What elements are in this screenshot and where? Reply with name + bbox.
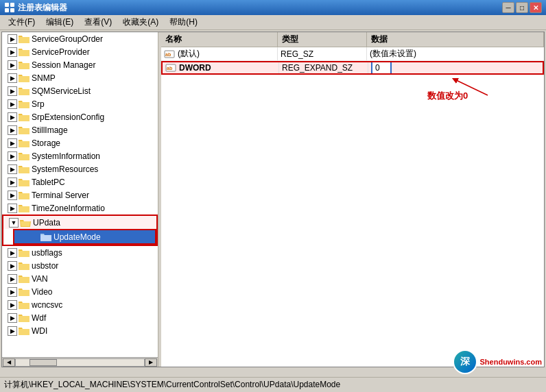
expand-icon[interactable]: ▶ (8, 300, 17, 310)
watermark-logo-text: 深 (460, 356, 470, 368)
menu-file[interactable]: 文件(F) (3, 15, 40, 29)
tree-item-wdi[interactable]: ▶ WDI (2, 324, 158, 337)
expand-icon[interactable]: ▶ (8, 248, 17, 258)
tree-label: Storage (32, 138, 60, 148)
reg-name-cell-default: ab (默认) (161, 47, 278, 60)
expand-icon[interactable]: ▶ (8, 191, 17, 200)
expand-icon[interactable]: ▶ (8, 73, 17, 83)
expand-icon[interactable]: ▶ (8, 112, 17, 122)
col-header-type[interactable]: 类型 (278, 32, 367, 47)
tree-label: WDI (32, 326, 47, 336)
svg-rect-0 (5, 3, 9, 7)
expand-icon[interactable]: ▶ (8, 125, 17, 135)
menu-view[interactable]: 查看(V) (79, 15, 117, 29)
reg-data-value-box[interactable]: 0 (371, 62, 392, 73)
tree-container[interactable]: ▶ ServiceGroupOrder ▶ ServiceProvider (2, 32, 158, 357)
tree-scrollbar-horizontal[interactable]: ◀ ▶ (2, 357, 158, 367)
scroll-right-button[interactable]: ▶ (145, 358, 157, 367)
tree-label: Session Manager (32, 60, 95, 70)
minimize-button[interactable]: ─ (502, 2, 514, 13)
registry-row-dword[interactable]: ab DWORD REG_EXPAND_SZ 0 (161, 61, 544, 75)
col-header-name[interactable]: 名称 (161, 32, 278, 47)
registry-values-body[interactable]: ab (默认) REG_SZ (数值未设置) (161, 47, 544, 367)
tree-label: Wdf (32, 313, 46, 323)
tree-item-terminalserver[interactable]: ▶ Terminal Server (2, 188, 158, 201)
tree-item-storage[interactable]: ▶ Storage (2, 136, 158, 149)
registry-values-panel: 名称 类型 数据 ab (161, 32, 544, 367)
tree-item-sqmservicelist[interactable]: ▶ SQMServiceList (2, 84, 158, 97)
tree-item-timezoneinformation[interactable]: ▶ TimeZoneInformatio (2, 201, 158, 215)
expand-icon[interactable]: ▶ (8, 204, 17, 213)
expand-icon[interactable]: ▶ (8, 47, 17, 57)
tree-item-srpextensionconfig[interactable]: ▶ SrpExtensionConfig (2, 110, 158, 123)
folder-icon (19, 261, 29, 271)
col-header-data[interactable]: 数据 (367, 32, 544, 47)
tree-item-tabletpc[interactable]: ▶ TabletPC (2, 175, 158, 188)
tree-label: SNMP (32, 73, 56, 83)
tree-item-snmp[interactable]: ▶ SNMP (2, 71, 158, 84)
tree-item-usbstor[interactable]: ▶ usbstor (2, 259, 158, 272)
expand-icon[interactable]: ▶ (8, 177, 17, 187)
expand-icon[interactable]: ▶ (8, 138, 17, 148)
menu-help[interactable]: 帮助(H) (164, 15, 203, 29)
folder-icon (19, 99, 29, 109)
reg-type-cell-default: REG_SZ (278, 47, 367, 60)
folder-icon (19, 47, 29, 57)
svg-rect-3 (10, 8, 14, 12)
maximize-button[interactable]: □ (516, 2, 528, 13)
expand-icon[interactable]: ▶ (8, 164, 17, 174)
tree-item-wdf[interactable]: ▶ Wdf (2, 311, 158, 324)
registry-row-default[interactable]: ab (默认) REG_SZ (数值未设置) (161, 47, 544, 61)
expand-icon[interactable]: ▶ (8, 287, 17, 297)
col-type-label: 类型 (282, 34, 298, 45)
tree-label: Terminal Server (32, 191, 89, 200)
tree-item-sessionmanager[interactable]: ▶ Session Manager (2, 58, 158, 71)
tree-label: ServiceProvider (32, 47, 90, 57)
menu-edit[interactable]: 编辑(E) (40, 15, 79, 29)
tree-item-servicegrouporder[interactable]: ▶ ServiceGroupOrder (2, 32, 158, 45)
registry-tree-panel: ▶ ServiceGroupOrder ▶ ServiceProvider (2, 32, 158, 367)
folder-icon (19, 300, 29, 310)
scrollbar-thumb[interactable] (29, 359, 57, 366)
tree-item-van[interactable]: ▶ VAN (2, 272, 158, 285)
tree-item-serviceprovider[interactable]: ▶ ServiceProvider (2, 45, 158, 58)
expand-icon[interactable]: ▶ (8, 326, 17, 336)
folder-icon (19, 313, 29, 323)
tree-item-systeminformation[interactable]: ▶ SystemInformation (2, 149, 158, 162)
expand-icon[interactable]: ▶ (8, 86, 17, 96)
folder-icon (19, 34, 29, 44)
scroll-left-button[interactable]: ◀ (3, 358, 15, 367)
reg-data-cell-dword: 0 (368, 62, 543, 73)
tree-item-updatemode[interactable]: UpdateMode (14, 230, 155, 243)
expand-icon[interactable]: ▶ (8, 151, 17, 161)
svg-text:ab: ab (167, 66, 172, 71)
expand-icon[interactable]: ▶ (8, 60, 17, 70)
folder-icon (19, 112, 29, 122)
tree-label: StillImage (32, 125, 68, 135)
tree-item-srp[interactable]: ▶ Srp (2, 97, 158, 110)
tree-item-video[interactable]: ▶ Video (2, 285, 158, 298)
updatemode-highlight: UpdateMode (13, 229, 156, 245)
expand-icon[interactable]: ▶ (8, 274, 17, 284)
expand-icon[interactable]: ▶ (8, 34, 17, 44)
reg-name-cell-dword: ab DWORD (163, 62, 279, 73)
tree-item-updata[interactable]: ▼ UPdata (3, 216, 156, 229)
tree-item-usbflags[interactable]: ▶ usbflags (2, 246, 158, 259)
tree-item-systemresources[interactable]: ▶ SystemResources (2, 162, 158, 175)
svg-rect-2 (5, 8, 9, 12)
reg-data-cell-default: (数值未设置) (367, 47, 544, 60)
scrollbar-track[interactable] (15, 358, 145, 367)
reg-value-icon-dword: ab (165, 63, 176, 73)
tree-item-stillimage[interactable]: ▶ StillImage (2, 123, 158, 136)
reg-value-icon-default: ab (164, 49, 175, 59)
tree-item-wcncsvc[interactable]: ▶ wcncsvc (2, 298, 158, 311)
expand-icon[interactable]: ▶ (8, 99, 17, 109)
expand-icon[interactable]: ▼ (9, 218, 19, 228)
close-button[interactable]: ✕ (530, 2, 542, 13)
expand-icon[interactable]: ▶ (8, 261, 17, 271)
menu-favorites[interactable]: 收藏夹(A) (117, 15, 164, 29)
folder-icon (19, 86, 29, 96)
expand-icon[interactable]: ▶ (8, 313, 17, 323)
col-name-label: 名称 (165, 34, 182, 45)
folder-icon (19, 60, 29, 70)
